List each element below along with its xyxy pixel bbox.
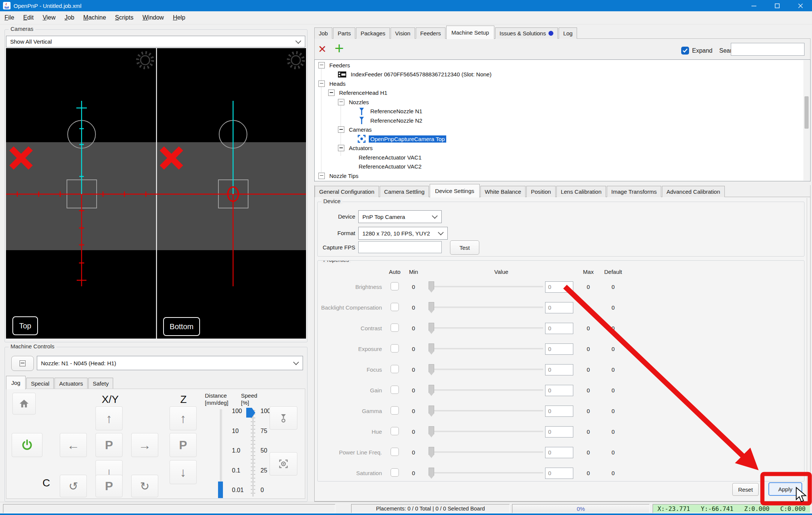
jog-x-plus-button[interactable]: → xyxy=(131,433,158,457)
property-value-input[interactable]: 0 xyxy=(545,468,573,479)
distance-slider-handle[interactable] xyxy=(218,482,223,498)
property-slider[interactable] xyxy=(429,363,543,376)
tool-selector[interactable]: Nozzle: N1 - N045 (Head: H1) xyxy=(37,356,303,370)
tree-toggle-icon[interactable] xyxy=(318,62,325,68)
slider-handle[interactable] xyxy=(429,281,434,293)
reset-button[interactable]: Reset xyxy=(732,483,759,496)
tree-node[interactable]: ReferenceActuator VAC2 xyxy=(315,162,810,172)
tree-node[interactable]: OpenPnpCaptureCamera Top xyxy=(315,134,810,144)
property-slider[interactable] xyxy=(429,405,543,418)
capture-fps-input[interactable] xyxy=(358,241,442,253)
slider-handle[interactable] xyxy=(429,364,434,375)
tab-white-balance[interactable]: White Balance xyxy=(480,186,526,197)
property-value-input[interactable]: 0 xyxy=(545,323,573,334)
tab-packages[interactable]: Packages xyxy=(356,27,390,39)
auto-checkbox[interactable] xyxy=(391,344,399,352)
property-value-input[interactable]: 0 xyxy=(545,447,573,458)
slider-handle[interactable] xyxy=(429,385,434,396)
park-c-button[interactable]: P xyxy=(95,475,123,497)
park-z-button[interactable]: P xyxy=(170,433,197,457)
auto-checkbox[interactable] xyxy=(391,386,399,394)
search-input[interactable] xyxy=(731,43,804,56)
tree-node[interactable]: ReferenceActuator VAC1 xyxy=(315,153,810,162)
auto-checkbox[interactable] xyxy=(391,303,399,311)
tab-image-transforms[interactable]: Image Transforms xyxy=(607,186,661,197)
tree-toggle-icon[interactable] xyxy=(338,145,344,151)
menu-job[interactable]: Job xyxy=(60,12,79,23)
jog-x-minus-button[interactable]: ← xyxy=(60,433,87,457)
property-slider[interactable] xyxy=(429,384,543,397)
format-select[interactable]: 1280 x 720, 10 FPS, YUY2 xyxy=(358,227,448,240)
tab-vision[interactable]: Vision xyxy=(391,27,415,39)
slider-handle[interactable] xyxy=(429,302,434,313)
tab-actuators[interactable]: Actuators xyxy=(55,378,87,389)
speed-slider[interactable] xyxy=(245,408,259,498)
slider-handle[interactable] xyxy=(429,323,434,334)
property-slider[interactable] xyxy=(429,301,543,314)
property-slider[interactable] xyxy=(429,467,543,480)
tree-node[interactable]: IndexFeeder 0670FF565457888367212340 (Sl… xyxy=(315,70,810,79)
property-value-input[interactable]: 0 xyxy=(545,406,573,417)
power-button[interactable] xyxy=(12,433,42,457)
close-button[interactable] xyxy=(789,0,812,11)
auto-checkbox[interactable] xyxy=(391,324,399,332)
tab-log[interactable]: Log xyxy=(559,27,577,39)
tree-node[interactable]: Cameras xyxy=(315,125,810,135)
property-value-input[interactable]: 0 xyxy=(545,281,573,293)
device-select[interactable]: PnP Top Camera xyxy=(358,210,442,223)
tab-safety[interactable]: Safety xyxy=(88,378,114,389)
property-slider[interactable] xyxy=(429,343,543,355)
tab-job[interactable]: Job xyxy=(314,27,332,39)
tree-node[interactable]: Heads xyxy=(315,79,810,88)
slider-handle[interactable] xyxy=(429,447,434,458)
tree-scrollbar[interactable] xyxy=(803,60,810,181)
property-slider[interactable] xyxy=(429,322,543,335)
tree-toggle-icon[interactable] xyxy=(318,173,325,179)
position-nozzle-button[interactable] xyxy=(270,406,297,430)
auto-checkbox[interactable] xyxy=(391,427,399,435)
jog-z-plus-button[interactable]: ↑ xyxy=(170,406,197,430)
property-value-input[interactable]: 0 xyxy=(545,302,573,313)
tree-toggle-icon[interactable] xyxy=(328,90,335,96)
menu-machine[interactable]: Machine xyxy=(79,12,111,23)
tree-node[interactable]: Nozzles xyxy=(315,97,810,107)
tab-machine-setup[interactable]: Machine Setup xyxy=(446,26,494,39)
tree-node[interactable]: ReferenceNozzle N2 xyxy=(315,116,810,125)
tree-toggle-icon[interactable] xyxy=(318,81,325,87)
tree-node[interactable]: Feeders xyxy=(315,61,810,70)
auto-checkbox[interactable] xyxy=(391,448,399,456)
tree-toggle-icon[interactable] xyxy=(338,126,344,133)
menu-view[interactable]: View xyxy=(38,12,60,23)
auto-checkbox[interactable] xyxy=(391,282,399,290)
menu-file[interactable]: File xyxy=(0,12,19,23)
property-value-input[interactable]: 0 xyxy=(545,426,573,438)
jog-y-plus-button[interactable]: ↑ xyxy=(95,406,123,430)
tree-node[interactable]: Actuators xyxy=(315,144,810,153)
scrollbar-thumb[interactable] xyxy=(804,96,809,129)
add-button[interactable]: + xyxy=(335,43,344,54)
home-button[interactable] xyxy=(12,393,36,415)
camera-view-selector[interactable]: Show All Vertical xyxy=(6,36,305,47)
delete-button[interactable]: ✕ xyxy=(318,43,327,55)
menu-window[interactable]: Window xyxy=(138,12,168,23)
jog-z-minus-button[interactable]: ↓ xyxy=(170,460,197,484)
tab-lens-calibration[interactable]: Lens Calibration xyxy=(556,186,606,197)
property-value-input[interactable]: 0 xyxy=(545,385,573,396)
tab-parts[interactable]: Parts xyxy=(333,27,355,39)
rotate-cw-button[interactable]: ↻ xyxy=(131,475,158,497)
property-slider[interactable] xyxy=(429,446,543,459)
menu-help[interactable]: Help xyxy=(168,12,190,23)
tab-device-settings[interactable]: Device Settings xyxy=(430,184,479,197)
auto-checkbox[interactable] xyxy=(391,365,399,373)
tab-general-configuration[interactable]: General Configuration xyxy=(315,186,379,197)
slider-handle[interactable] xyxy=(429,468,434,479)
menu-edit[interactable]: Edit xyxy=(19,12,38,23)
camera-view-area[interactable]: Top Bottom xyxy=(6,48,306,339)
position-camera-button[interactable] xyxy=(270,452,297,476)
auto-checkbox[interactable] xyxy=(391,468,399,477)
auto-checkbox[interactable] xyxy=(391,406,399,415)
menu-scripts[interactable]: Scripts xyxy=(111,12,138,23)
property-slider[interactable] xyxy=(429,281,543,293)
maximize-button[interactable] xyxy=(765,0,789,11)
test-button[interactable]: Test xyxy=(450,240,479,255)
